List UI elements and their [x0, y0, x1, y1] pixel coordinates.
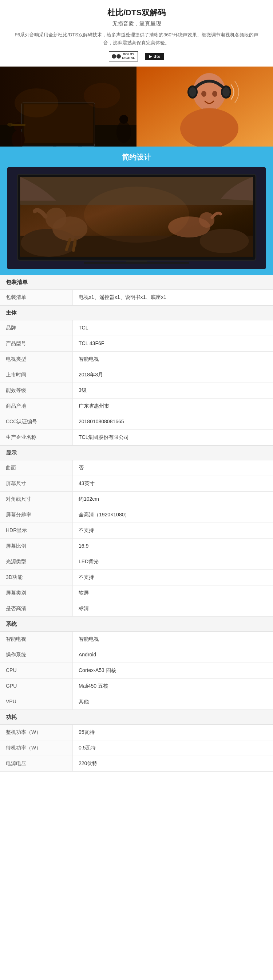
hero-description: F6系列音响采用全新杜比/DTS双解码技术，给多声道处理提供了清晰的360°环绕… [11, 31, 262, 47]
spec-label: 上市时间 [0, 367, 73, 383]
svg-point-34 [84, 186, 189, 243]
svg-point-13 [84, 83, 120, 108]
spec-value: 广东省惠州市 [73, 399, 273, 414]
headphones-illustration [136, 67, 273, 146]
svg-point-21 [222, 87, 230, 97]
table-row: 整机功率（W）95瓦特 [0, 725, 273, 740]
svg-point-17 [180, 108, 238, 146]
hero-image [0, 67, 273, 146]
dolby-digital-sub: DIGITAL [122, 56, 135, 60]
table-row: 屏幕尺寸43英寸 [0, 476, 273, 492]
dts-text: ▶ dts [149, 54, 161, 59]
spec-value: TCL 43F6F [73, 336, 273, 351]
spec-value: 2018年3月 [73, 367, 273, 383]
table-row: 3D功能不支持 [0, 570, 273, 585]
svg-point-12 [14, 88, 58, 118]
spec-value: 智能电视 [73, 352, 273, 367]
spec-value: LED背光 [73, 554, 273, 570]
spec-label: 生产企业名称 [0, 430, 73, 445]
simple-design-section: 简约设计 [0, 146, 273, 275]
spec-value: 不支持 [73, 523, 273, 538]
svg-point-19 [189, 87, 196, 97]
dts-logo: ▶ dts [145, 53, 164, 60]
svg-point-22 [201, 91, 206, 97]
table-row: CPUCortex-A53 四核 [0, 663, 273, 679]
dolby-circles [112, 54, 121, 59]
table-row: 商品产地广东省惠州市 [0, 399, 273, 414]
svg-point-10 [117, 121, 131, 143]
specs-section: 包装清单包装清单电视x1、遥控器x1、说明书x1、底座x1主体品牌TCL产品型号… [0, 275, 273, 772]
spec-value: Mali450 五核 [73, 679, 273, 694]
spec-value: 3级 [73, 383, 273, 398]
table-row: 屏幕分辨率全高清（1920×1080） [0, 507, 273, 523]
table-row: 上市时间2018年3月 [0, 367, 273, 383]
spec-value: TCL集团股份有限公司 [73, 430, 273, 445]
spec-label: HDR显示 [0, 523, 73, 538]
spec-label: 屏幕分辨率 [0, 507, 73, 523]
spec-label: 电源电压 [0, 756, 73, 771]
table-row: 电源电压220伏特 [0, 756, 273, 772]
hero-headphones-panel [136, 67, 273, 146]
spec-value: 全高清（1920×1080） [73, 507, 273, 523]
table-row: 光源类型LED背光 [0, 554, 273, 570]
svg-point-33 [199, 212, 214, 228]
spec-label: 光源类型 [0, 554, 73, 570]
spec-label: 产品型号 [0, 336, 73, 351]
spec-value: 0.5瓦特 [73, 740, 273, 756]
spec-value: 220伏特 [73, 756, 273, 771]
table-row: 产品型号TCL 43F6F [0, 336, 273, 352]
svg-rect-5 [78, 146, 82, 146]
svg-rect-4 [53, 146, 56, 146]
spec-value: 95瓦特 [73, 725, 273, 740]
spec-label: CPU [0, 663, 73, 678]
spec-label: 包装清单 [0, 290, 73, 305]
table-row: VPU其他 [0, 694, 273, 710]
spec-value: 2018010808081665 [73, 414, 273, 430]
svg-point-7 [14, 122, 22, 131]
dolby-text: DOLBY DIGITAL [122, 53, 135, 60]
spec-value: 16:9 [73, 539, 273, 554]
table-row: 品牌TCL [0, 320, 273, 336]
svg-point-9 [7, 123, 13, 127]
spec-label: 3D功能 [0, 570, 73, 585]
logo-row: DOLBY DIGITAL ▶ dts [11, 51, 262, 62]
spec-value: Cortex-A53 四核 [73, 663, 273, 678]
hero-title: 杜比/DTS双解码 [11, 7, 262, 18]
spec-value: 软屏 [73, 585, 273, 601]
section-header-2: 显示 [0, 445, 273, 460]
svg-point-23 [212, 91, 217, 97]
spec-value: 智能电视 [73, 632, 273, 647]
spec-label: 是否高清 [0, 601, 73, 616]
section-header-1: 主体 [0, 305, 273, 320]
spec-label: VPU [0, 694, 73, 710]
spec-label: 电视类型 [0, 352, 73, 367]
table-row: HDR显示不支持 [0, 523, 273, 539]
table-row: 智能电视智能电视 [0, 632, 273, 647]
dolby-circle-right [117, 54, 121, 59]
svg-rect-8 [11, 124, 26, 126]
spec-value: 其他 [73, 694, 273, 710]
spec-label: 屏幕比例 [0, 539, 73, 554]
spec-label: 操作系统 [0, 647, 73, 663]
spec-label: CCC认证编号 [0, 414, 73, 430]
table-row: 是否高清标清 [0, 601, 273, 617]
hero-musicians-panel [0, 67, 136, 146]
section-header-4: 功耗 [0, 710, 273, 725]
table-row: 电视类型智能电视 [0, 352, 273, 367]
spec-value: TCL [73, 320, 273, 336]
table-row: 屏幕类别软屏 [0, 585, 273, 601]
table-row: 曲面否 [0, 460, 273, 476]
svg-rect-36 [84, 262, 189, 264]
tv-showcase-image [7, 167, 266, 269]
table-row: 能效等级3级 [0, 383, 273, 399]
spec-value: Android [73, 647, 273, 663]
spec-label: GPU [0, 679, 73, 694]
spec-value: 约102cm [73, 492, 273, 507]
spec-value: 43英寸 [73, 476, 273, 491]
table-row: 待机功率（W）0.5瓦特 [0, 740, 273, 756]
spec-value: 标清 [73, 601, 273, 616]
table-row: 操作系统Android [0, 647, 273, 663]
hero-section: 杜比/DTS双解码 无损音质，逼真呈现 F6系列音响采用全新杜比/DTS双解码技… [0, 0, 273, 62]
spec-value: 否 [73, 460, 273, 476]
table-row: 屏幕比例16:9 [0, 539, 273, 554]
